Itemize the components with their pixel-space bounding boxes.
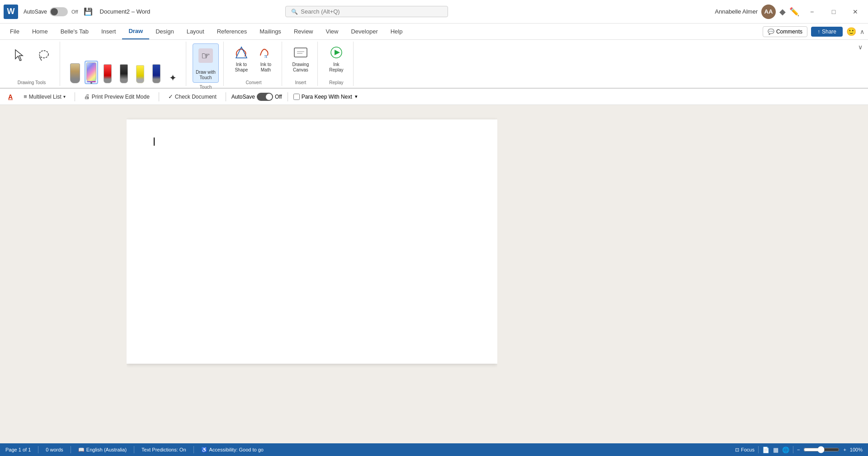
text-predictions[interactable]: Text Predictions: On (142, 447, 186, 452)
close-button[interactable]: ✕ (846, 5, 864, 19)
text-cursor (154, 138, 155, 146)
ink-replay-button[interactable]: InkReplay (324, 43, 349, 75)
tab-review[interactable]: Review (288, 24, 320, 39)
status-sep-3 (134, 446, 134, 453)
document-page[interactable] (127, 119, 497, 364)
accessibility-status[interactable]: ♿ Accessibility: Good to go (201, 447, 264, 453)
tab-draw[interactable]: Draw (122, 24, 149, 39)
focus-button[interactable]: ⊡ Focus (735, 447, 755, 453)
select-tool-button[interactable] (8, 43, 31, 67)
ink-to-shape-label: Ink toShape (235, 62, 248, 73)
minimize-button[interactable]: − (803, 5, 821, 19)
lasso-icon (38, 45, 50, 65)
pen-texture-button[interactable] (68, 62, 82, 84)
document-right-margin (497, 105, 868, 443)
pen-navy-button[interactable] (150, 63, 163, 84)
replay-group: InkReplay Replay (320, 42, 354, 86)
maximize-button[interactable]: □ (825, 5, 843, 19)
lasso-tool-button[interactable] (33, 43, 55, 67)
draw-with-touch-label: Draw withTouch (196, 70, 216, 81)
ink-to-shape-button[interactable]: Ink toShape (230, 43, 253, 75)
autosave-state: Off (71, 9, 78, 14)
para-keep-area: Para Keep With Next ▾ (293, 94, 358, 100)
zoom-slider[interactable] (803, 446, 840, 453)
document-area (0, 105, 868, 443)
zoom-level: 100% (850, 447, 863, 452)
zoom-out-icon[interactable]: − (797, 447, 800, 452)
language-text: English (Australia) (86, 447, 127, 452)
read-view-button[interactable]: 📄 (762, 446, 769, 453)
list-icon: ≡ (24, 93, 27, 100)
touch-label: Touch (200, 85, 212, 90)
focus-icon: ⊡ (735, 447, 739, 453)
print-preview-button[interactable]: 🖨 Print Preview Edit Mode (80, 92, 153, 101)
title-bar: W AutoSave Off 💾 Document2 – Word 🔍 Anna… (0, 0, 868, 24)
secondary-toolbar: A ≡ Multilevel List ▾ 🖨 Print Preview Ed… (0, 89, 868, 105)
tab-help[interactable]: Help (384, 24, 409, 39)
read-view-icon: 📄 (762, 446, 769, 453)
para-keep-dropdown-icon[interactable]: ▾ (355, 94, 358, 100)
tab-view[interactable]: View (320, 24, 345, 39)
tab-home[interactable]: Home (26, 24, 54, 39)
svg-text:☞: ☞ (201, 50, 210, 62)
web-view-button[interactable]: 🌐 (782, 446, 789, 453)
drawing-tools-group: Drawing Tools (4, 42, 60, 86)
hand-touch-icon: ☞ (198, 48, 214, 67)
secondary-autosave-toggle[interactable] (257, 93, 273, 101)
pens-group: ✦ (62, 42, 186, 86)
share-button[interactable]: ↑ Share (811, 27, 843, 37)
ink-to-math-button[interactable]: π Ink toMath (255, 43, 277, 75)
toolbar-separator-4 (288, 92, 288, 101)
insert-group: DrawingCanvas Insert (284, 42, 318, 86)
ink-replay-label: InkReplay (329, 62, 343, 73)
diamond-icon[interactable]: ◆ (779, 7, 786, 17)
tab-layout[interactable]: Layout (180, 24, 211, 39)
tab-insert[interactable]: Insert (95, 24, 123, 39)
convert-label: Convert (245, 80, 261, 86)
pen-dark-button[interactable] (117, 63, 131, 84)
comments-button[interactable]: 💬 Comments (763, 26, 807, 37)
toolbar-separator-1 (75, 92, 75, 101)
text-predictions-text: Text Predictions: On (142, 447, 186, 452)
draw-with-touch-button[interactable]: ☞ Draw withTouch (193, 43, 219, 83)
share-icon: ↑ (817, 28, 820, 35)
tab-mailings[interactable]: Mailings (253, 24, 288, 39)
convert-group: Ink toShape π Ink toMath Convert (226, 42, 282, 86)
arrow-cursor-icon (14, 45, 25, 65)
convert-group-content: Ink toShape π Ink toMath (230, 42, 277, 80)
search-box[interactable]: 🔍 (285, 6, 448, 17)
tab-references[interactable]: References (211, 24, 253, 39)
drawing-canvas-button[interactable]: DrawingCanvas (288, 43, 313, 75)
emoji-button[interactable]: 🙂 (846, 27, 856, 37)
language-indicator[interactable]: 📖 English (Australia) (78, 447, 127, 453)
page-info[interactable]: Page 1 of 1 (5, 447, 31, 452)
layout-view-button[interactable]: ▦ (773, 446, 778, 453)
tab-file[interactable]: File (4, 24, 26, 39)
ribbon-expand-icon[interactable]: ∨ (858, 43, 863, 51)
autosave-area: AutoSave Off (24, 7, 78, 16)
autosave-toggle[interactable] (50, 7, 68, 16)
pen-edit-icon[interactable]: ✏️ (789, 7, 799, 17)
document-title: Document2 – Word (100, 8, 151, 15)
tab-design[interactable]: Design (149, 24, 180, 39)
pen-multicolor-button[interactable] (85, 61, 98, 84)
save-icon[interactable]: 💾 (84, 7, 93, 16)
check-icon: ✓ (168, 93, 173, 100)
ribbon-collapse-button[interactable]: ∧ (860, 28, 864, 35)
tab-developer[interactable]: Developer (344, 24, 384, 39)
pen-red-button[interactable] (101, 63, 114, 84)
check-document-button[interactable]: ✓ Check Document (165, 92, 220, 101)
pen-yellow-button[interactable] (133, 64, 147, 84)
search-input[interactable] (301, 8, 427, 15)
add-pen-button[interactable]: ✦ (166, 71, 179, 84)
para-keep-checkbox[interactable] (293, 94, 300, 100)
font-color-button[interactable]: A (5, 92, 16, 102)
tab-belles[interactable]: Belle's Tab (54, 24, 95, 39)
multilevel-list-button[interactable]: ≡ Multilevel List ▾ (20, 92, 69, 101)
word-count[interactable]: 0 words (46, 447, 63, 452)
layout-view-icon: ▦ (773, 446, 778, 453)
secondary-autosave: AutoSave Off (231, 93, 282, 101)
zoom-in-icon[interactable]: + (843, 447, 846, 452)
ink-to-math-label: Ink toMath (260, 62, 271, 73)
status-sep-6 (793, 446, 793, 453)
